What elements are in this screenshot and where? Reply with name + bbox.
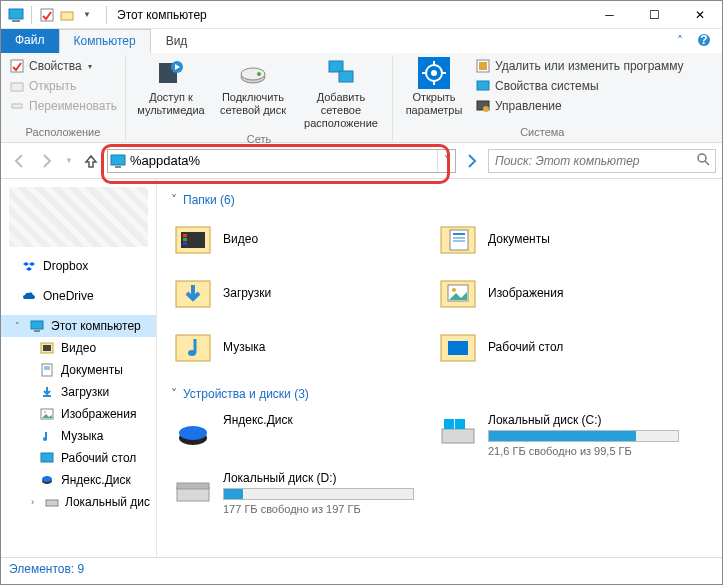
music-icon [39, 428, 55, 444]
manage-button[interactable]: Управление [473, 97, 686, 115]
svg-text:?: ? [700, 33, 707, 47]
chevron-down-icon: ˅ [171, 387, 177, 401]
uninstall-icon [475, 58, 491, 74]
desktop-folder-icon [438, 327, 478, 367]
expand-icon[interactable]: ˅ [15, 321, 23, 331]
drive-c[interactable]: Локальный диск (C:) 21,6 ГБ свободно из … [436, 411, 681, 459]
minimize-button[interactable]: ─ [587, 1, 632, 29]
desktop-icon [39, 450, 55, 466]
video-icon [39, 340, 55, 356]
search-input[interactable] [489, 154, 691, 168]
system-properties-icon [475, 78, 491, 94]
go-button[interactable] [460, 149, 484, 173]
maximize-button[interactable]: ☐ [632, 1, 677, 29]
sidebar-item-pictures[interactable]: Изображения [1, 403, 156, 425]
media-access-button[interactable]: Доступ к мультимедиа [132, 55, 210, 117]
system-properties-button[interactable]: Свойства системы [473, 77, 686, 95]
svg-rect-49 [183, 234, 187, 237]
media-icon [155, 57, 187, 89]
window-title: Этот компьютер [111, 8, 587, 22]
sidebar-item-thispc[interactable]: ˅Этот компьютер [1, 315, 156, 337]
content-pane: ˅Папки (6) Видео Документы Загрузки Изоб… [157, 179, 722, 557]
svg-rect-68 [444, 419, 454, 429]
svg-rect-25 [477, 81, 489, 90]
sidebar-item-video[interactable]: Видео [1, 337, 156, 359]
help-icon[interactable]: ? [694, 33, 714, 50]
svg-rect-69 [455, 419, 465, 429]
add-network-location-button[interactable]: Добавить сетевое расположение [296, 55, 386, 131]
sidebar-item-music[interactable]: Музыка [1, 425, 156, 447]
up-button[interactable] [79, 149, 103, 173]
video-folder-icon [173, 219, 213, 259]
qat-dropdown-icon[interactable]: ▼ [78, 6, 96, 24]
open-settings-button[interactable]: Открыть параметры [399, 55, 469, 117]
sidebar-item-localdisk[interactable]: ›Локальный дис [1, 491, 156, 513]
ribbon-collapse-icon[interactable]: ˄ [670, 34, 690, 48]
separator [31, 6, 32, 24]
folder-desktop[interactable]: Рабочий стол [436, 325, 681, 369]
qat-newfolder-icon[interactable] [58, 6, 76, 24]
recent-dropdown[interactable]: ▼ [63, 149, 75, 173]
back-button[interactable] [7, 149, 31, 173]
close-button[interactable]: ✕ [677, 1, 722, 29]
svg-rect-0 [9, 9, 23, 19]
folder-downloads[interactable]: Загрузки [171, 271, 416, 315]
sidebar-item-onedrive[interactable]: OneDrive [1, 285, 156, 307]
uninstall-button[interactable]: Удалить или изменить программу [473, 57, 686, 75]
tab-computer[interactable]: Компьютер [59, 29, 151, 53]
ribbon: Свойства▾ Открыть Переименовать Располож… [1, 53, 722, 143]
folder-music[interactable]: Музыка [171, 325, 416, 369]
tab-file[interactable]: Файл [1, 29, 59, 53]
svg-rect-61 [176, 335, 210, 361]
forward-button[interactable] [35, 149, 59, 173]
yadisk-drive-icon [173, 413, 213, 453]
search-icon[interactable] [691, 152, 715, 169]
folder-video[interactable]: Видео [171, 217, 416, 261]
folders-section-header[interactable]: ˅Папки (6) [171, 193, 708, 207]
yadisk-icon [39, 472, 55, 488]
sidebar-item-desktop[interactable]: Рабочий стол [1, 447, 156, 469]
open-button[interactable]: Открыть [7, 77, 119, 95]
title-bar: ▼ Этот компьютер ─ ☐ ✕ [1, 1, 722, 29]
svg-rect-51 [183, 242, 187, 245]
rename-button[interactable]: Переименовать [7, 97, 119, 115]
sidebar-item-downloads[interactable]: Загрузки [1, 381, 156, 403]
chevron-down-icon: ˅ [171, 193, 177, 207]
tab-view[interactable]: Вид [151, 29, 203, 53]
drive-d[interactable]: Локальный диск (D:) 177 ГБ свободно из 1… [171, 469, 416, 517]
svg-point-12 [241, 68, 265, 80]
drives-section-header[interactable]: ˅Устройства и диски (3) [171, 387, 708, 401]
address-dropdown-icon[interactable]: ˅ [437, 150, 455, 172]
disk-d-icon [173, 471, 213, 511]
map-drive-button[interactable]: Подключить сетевой диск [214, 55, 292, 117]
properties-button[interactable]: Свойства▾ [7, 57, 119, 75]
pictures-folder-icon [438, 273, 478, 313]
sidebar-item-yadisk[interactable]: Яндекс.Диск [1, 469, 156, 491]
address-bar[interactable]: ˅ [107, 149, 456, 173]
svg-rect-1 [12, 20, 20, 22]
expand-icon[interactable]: › [31, 497, 38, 507]
downloads-folder-icon [173, 273, 213, 313]
navigation-bar: ▼ ˅ [1, 143, 722, 179]
folder-pictures[interactable]: Изображения [436, 271, 681, 315]
svg-rect-33 [34, 330, 40, 332]
svg-rect-14 [329, 61, 343, 72]
separator [106, 6, 107, 24]
qat-properties-icon[interactable] [38, 6, 56, 24]
sidebar-item-dropbox[interactable]: Dropbox [1, 255, 156, 277]
drive-yadisk[interactable]: Яндекс.Диск [171, 411, 416, 459]
ribbon-group-location: Свойства▾ Открыть Переименовать Располож… [1, 55, 126, 140]
drive-d-capacity-bar [223, 488, 414, 500]
disk-icon [44, 494, 59, 510]
sidebar-item-documents[interactable]: Документы [1, 359, 156, 381]
folder-documents[interactable]: Документы [436, 217, 681, 261]
svg-rect-15 [339, 71, 353, 82]
disk-c-icon [438, 413, 478, 453]
navigation-pane: Dropbox OneDrive ˅Этот компьютер Видео Д… [1, 179, 157, 557]
address-input[interactable] [128, 153, 437, 168]
music-folder-icon [173, 327, 213, 367]
svg-rect-43 [41, 453, 53, 462]
search-box[interactable] [488, 149, 716, 173]
svg-rect-8 [12, 104, 22, 108]
drive-icon [237, 57, 269, 89]
